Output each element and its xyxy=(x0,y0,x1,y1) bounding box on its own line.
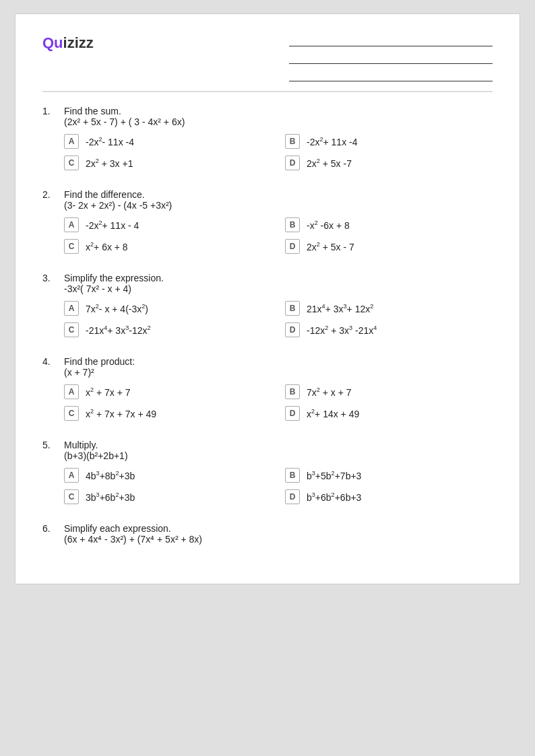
option-2-C[interactable]: Cx2+ 6x + 8 xyxy=(64,239,272,254)
option-letter-5-C: C xyxy=(64,489,79,504)
question-header-1: 1.Find the sum.(2x² + 5x - 7) + ( 3 - 4x… xyxy=(42,106,493,127)
question-prompt1-4: Find the product: xyxy=(64,356,135,367)
option-text-2-A: -2x2+ 11x - 4 xyxy=(86,219,139,231)
option-1-C[interactable]: C2x2 + 3x +1 xyxy=(64,156,272,170)
option-3-C[interactable]: C-21x4+ 3x3-12x2 xyxy=(64,322,272,337)
option-5-A[interactable]: A4b3+8b2+3b xyxy=(64,468,272,483)
option-letter-5-D: D xyxy=(285,489,300,504)
question-text-6: Simplify each expression.(6x + 4x⁴ - 3x²… xyxy=(64,523,202,545)
option-4-C[interactable]: Cx2 + 7x + 7x + 49 xyxy=(64,406,272,421)
option-text-3-C: -21x4+ 3x3-12x2 xyxy=(86,324,151,336)
question-text-5: Multiply.(b+3)(b²+2b+1) xyxy=(64,440,128,461)
question-prompt1-3: Simplify the expression. xyxy=(64,273,164,283)
option-letter-4-A: A xyxy=(64,384,79,399)
question-prompt1-1: Find the sum. xyxy=(64,106,185,116)
option-letter-3-B: B xyxy=(285,301,300,316)
option-text-4-A: x2 + 7x + 7 xyxy=(86,386,131,398)
question-block-3: 3.Simplify the expression.-3x²( 7x² - x … xyxy=(42,273,493,337)
option-letter-5-B: B xyxy=(285,468,300,483)
question-number-6: 6. xyxy=(42,523,56,545)
header-fields xyxy=(284,34,493,81)
question-prompt2-2: (3- 2x + 2x²) - (4x -5 +3x²) xyxy=(64,200,172,211)
option-text-2-D: 2x2 + 5x - 7 xyxy=(307,241,354,252)
option-3-B[interactable]: B21x4+ 3x3+ 12x2 xyxy=(285,301,493,316)
question-prompt2-4: (x + 7)² xyxy=(64,367,135,378)
question-block-2: 2.Find the difference.(3- 2x + 2x²) - (4… xyxy=(42,189,493,254)
option-text-4-B: 7x2 + x + 7 xyxy=(307,386,352,398)
options-grid-5: A4b3+8b2+3bBb3+5b2+7b+3C3b3+6b2+3bDb3+6b… xyxy=(64,468,493,504)
options-grid-4: Ax2 + 7x + 7B7x2 + x + 7Cx2 + 7x + 7x + … xyxy=(64,384,493,421)
option-2-B[interactable]: B-x2 -6x + 8 xyxy=(285,217,493,232)
option-4-D[interactable]: Dx2+ 14x + 49 xyxy=(285,406,493,421)
option-text-5-D: b3+6b2+6b+3 xyxy=(307,491,361,503)
option-letter-3-D: D xyxy=(285,322,300,337)
option-letter-5-A: A xyxy=(64,468,79,483)
option-text-1-D: 2x2 + 5x -7 xyxy=(307,158,352,169)
option-4-A[interactable]: Ax2 + 7x + 7 xyxy=(64,384,272,399)
option-1-D[interactable]: D2x2 + 5x -7 xyxy=(285,156,493,170)
question-header-6: 6.Simplify each expression.(6x + 4x⁴ - 3… xyxy=(42,523,493,545)
option-text-5-A: 4b3+8b2+3b xyxy=(86,470,135,481)
option-letter-1-B: B xyxy=(285,134,300,149)
question-prompt2-6: (6x + 4x⁴ - 3x²) + (7x⁴ + 5x² + 8x) xyxy=(64,534,202,545)
name-field-row xyxy=(284,34,493,46)
question-prompt2-1: (2x² + 5x - 7) + ( 3 - 4x² + 6x) xyxy=(64,116,185,127)
option-text-3-A: 7x2- x + 4(-3x2) xyxy=(86,303,148,314)
option-text-1-C: 2x2 + 3x +1 xyxy=(86,158,133,169)
option-3-A[interactable]: A7x2- x + 4(-3x2) xyxy=(64,301,272,316)
option-text-1-A: -2x2- 11x -4 xyxy=(86,136,134,147)
question-number-1: 1. xyxy=(42,106,56,127)
option-letter-2-C: C xyxy=(64,239,79,254)
option-2-D[interactable]: D2x2 + 5x - 7 xyxy=(285,239,493,254)
option-1-B[interactable]: B-2x2+ 11x -4 xyxy=(285,134,493,149)
question-text-1: Find the sum.(2x² + 5x - 7) + ( 3 - 4x² … xyxy=(64,106,185,127)
option-5-B[interactable]: Bb3+5b2+7b+3 xyxy=(285,468,493,483)
option-letter-1-A: A xyxy=(64,134,79,149)
option-letter-1-C: C xyxy=(64,156,79,170)
option-1-A[interactable]: A-2x2- 11x -4 xyxy=(64,134,272,149)
option-text-5-C: 3b3+6b2+3b xyxy=(86,491,135,503)
option-text-3-B: 21x4+ 3x3+ 12x2 xyxy=(307,303,373,314)
question-number-5: 5. xyxy=(42,440,56,461)
option-text-1-B: -2x2+ 11x -4 xyxy=(307,136,358,147)
option-text-4-C: x2 + 7x + 7x + 49 xyxy=(86,408,156,419)
question-text-2: Find the difference.(3- 2x + 2x²) - (4x … xyxy=(64,189,172,211)
date-line xyxy=(289,69,493,81)
header-left: Quizizz xyxy=(42,34,94,63)
option-letter-2-B: B xyxy=(285,217,300,232)
option-text-4-D: x2+ 14x + 49 xyxy=(307,408,359,419)
question-prompt1-6: Simplify each expression. xyxy=(64,523,202,534)
question-prompt2-3: -3x²( 7x² - x + 4) xyxy=(64,283,164,294)
question-number-2: 2. xyxy=(42,189,56,211)
logo: Quizizz xyxy=(42,34,94,52)
worksheet-page: Quizizz 1.Find the sum.(2x² + 5x - 7) xyxy=(15,13,520,584)
option-5-C[interactable]: C3b3+6b2+3b xyxy=(64,489,272,504)
options-grid-3: A7x2- x + 4(-3x2)B21x4+ 3x3+ 12x2C-21x4+… xyxy=(64,301,493,337)
option-3-D[interactable]: D-12x2 + 3x3 -21x4 xyxy=(285,322,493,337)
question-text-3: Simplify the expression.-3x²( 7x² - x + … xyxy=(64,273,164,294)
option-letter-4-D: D xyxy=(285,406,300,421)
question-header-5: 5.Multiply.(b+3)(b²+2b+1) xyxy=(42,440,493,461)
question-header-3: 3.Simplify the expression.-3x²( 7x² - x … xyxy=(42,273,493,294)
option-text-5-B: b3+5b2+7b+3 xyxy=(307,470,361,481)
question-text-4: Find the product:(x + 7)² xyxy=(64,356,135,378)
option-text-2-C: x2+ 6x + 8 xyxy=(86,241,128,252)
question-prompt1-2: Find the difference. xyxy=(64,189,172,200)
question-block-6: 6.Simplify each expression.(6x + 4x⁴ - 3… xyxy=(42,523,493,545)
options-grid-1: A-2x2- 11x -4B-2x2+ 11x -4C2x2 + 3x +1D2… xyxy=(64,134,493,170)
option-letter-2-A: A xyxy=(64,217,79,232)
option-text-2-B: -x2 -6x + 8 xyxy=(307,219,350,231)
question-prompt1-5: Multiply. xyxy=(64,440,128,450)
option-5-D[interactable]: Db3+6b2+6b+3 xyxy=(285,489,493,504)
class-field-row xyxy=(284,52,493,64)
option-letter-3-C: C xyxy=(64,322,79,337)
options-grid-2: A-2x2+ 11x - 4B-x2 -6x + 8Cx2+ 6x + 8D2x… xyxy=(64,217,493,254)
option-2-A[interactable]: A-2x2+ 11x - 4 xyxy=(64,217,272,232)
option-text-3-D: -12x2 + 3x3 -21x4 xyxy=(307,324,377,336)
question-number-4: 4. xyxy=(42,356,56,378)
date-field-row xyxy=(284,69,493,81)
question-block-1: 1.Find the sum.(2x² + 5x - 7) + ( 3 - 4x… xyxy=(42,106,493,170)
question-header-2: 2.Find the difference.(3- 2x + 2x²) - (4… xyxy=(42,189,493,211)
option-4-B[interactable]: B7x2 + x + 7 xyxy=(285,384,493,399)
option-letter-4-B: B xyxy=(285,384,300,399)
